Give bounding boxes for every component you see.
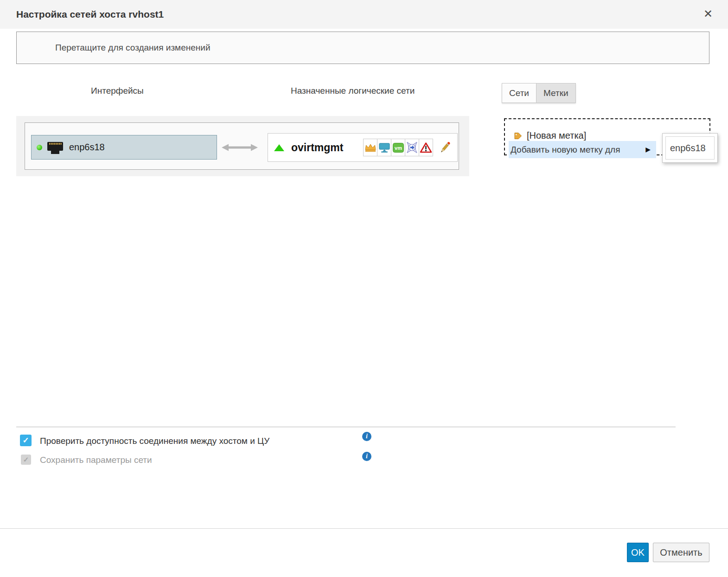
network-up-icon — [274, 144, 284, 151]
display-network-icon — [377, 139, 391, 156]
network-name: ovirtmgmt — [291, 141, 343, 154]
management-network-icon — [363, 139, 377, 156]
add-label-menu-text: Добавить новую метку для — [511, 141, 620, 158]
new-label-text: [Новая метка] — [527, 130, 586, 141]
attachment-arrow-icon — [221, 142, 259, 153]
checkmark-icon: ✓ — [22, 436, 29, 445]
setup-host-networks-dialog: Настройка сетей хоста rvhost1 ✕ Перетащи… — [0, 0, 728, 577]
interfaces-panel: enp6s18 ovirtmgmt — [16, 116, 469, 176]
migration-network-icon — [405, 139, 419, 156]
drag-drop-zone[interactable]: Перетащите для создания изменений — [16, 32, 709, 64]
options-divider — [16, 427, 676, 427]
info-icon[interactable]: i — [362, 432, 371, 441]
dialog-title: Настройка сетей хоста rvhost1 — [16, 0, 164, 29]
svg-text:vm: vm — [395, 145, 402, 151]
vm-network-icon: vm — [391, 139, 405, 156]
footer-divider — [0, 528, 728, 529]
drag-drop-hint: Перетащите для создания изменений — [17, 32, 709, 64]
edit-network-icon[interactable] — [439, 141, 451, 155]
interface-row: enp6s18 ovirtmgmt — [25, 122, 459, 170]
network-role-badges: vm — [363, 139, 433, 156]
tab-labels[interactable]: Метки — [536, 83, 576, 103]
interfaces-column-header: Интерфейсы — [91, 86, 144, 96]
new-label-item[interactable]: [Новая метка] — [513, 130, 586, 141]
add-label-menu-item[interactable]: Добавить новую метку для ▶ — [509, 141, 656, 158]
checkmark-icon: ✓ — [23, 455, 29, 464]
tab-networks[interactable]: Сети — [502, 83, 536, 103]
verify-connectivity-label: Проверить доступность соединения между х… — [40, 435, 269, 447]
label-tag-icon — [513, 131, 523, 141]
required-network-icon — [419, 139, 433, 156]
verify-connectivity-checkbox[interactable]: ✓ — [20, 435, 32, 446]
close-icon[interactable]: ✕ — [700, 6, 716, 22]
cancel-button[interactable]: Отменить — [653, 543, 709, 562]
ok-button[interactable]: OK — [627, 543, 649, 562]
dialog-header: Настройка сетей хоста rvhost1 ✕ — [0, 0, 728, 29]
network-item-ovirtmgmt[interactable]: ovirtmgmt — [268, 133, 458, 162]
new-label-input[interactable] — [665, 136, 715, 160]
submenu-arrow-icon: ▶ — [645, 141, 651, 158]
nic-status-up-icon — [37, 145, 42, 150]
save-network-config-label: Сохранить параметры сети — [40, 455, 152, 465]
interface-item-enp6s18[interactable]: enp6s18 — [31, 135, 217, 160]
info-icon[interactable]: i — [362, 452, 371, 461]
right-panel-tabs: Сети Метки — [502, 83, 576, 103]
nic-icon — [46, 140, 64, 155]
networks-column-header: Назначенные логические сети — [291, 86, 415, 96]
new-label-popup — [662, 133, 718, 163]
nic-name: enp6s18 — [69, 142, 105, 153]
save-network-config-checkbox: ✓ — [21, 455, 31, 465]
